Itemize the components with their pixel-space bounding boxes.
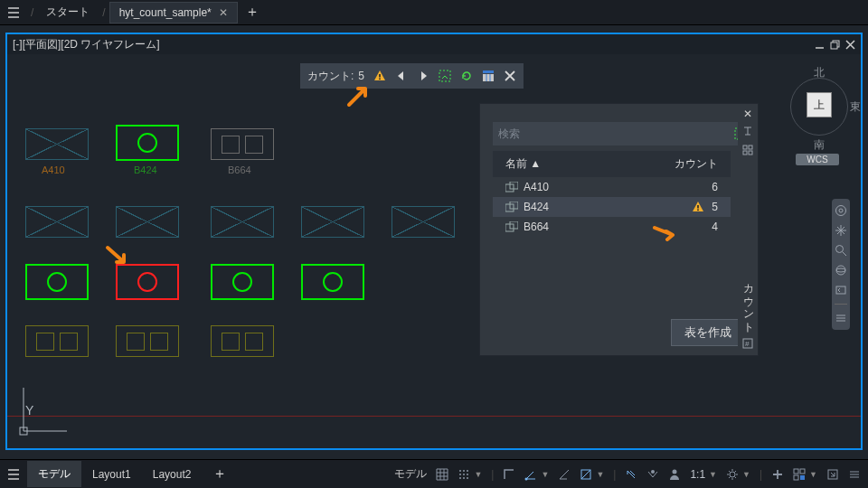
callout-arrow — [102, 242, 129, 272]
row-b664[interactable]: B664 4 — [493, 217, 731, 237]
orbit-icon[interactable] — [835, 264, 847, 277]
svg-rect-29 — [743, 145, 747, 149]
block-icon — [505, 202, 518, 212]
plus-icon[interactable] — [771, 468, 784, 481]
row-b424[interactable]: B424 5 — [493, 197, 731, 217]
separator — [835, 304, 847, 305]
refresh-icon[interactable] — [460, 70, 473, 82]
space-label[interactable]: モデル — [394, 466, 427, 482]
tab-file[interactable]: hyt_count_sample* ✕ — [109, 2, 238, 23]
tab-layout1[interactable]: Layout1 — [81, 463, 142, 486]
svg-rect-53 — [800, 475, 805, 480]
tab-model[interactable]: モデル — [27, 461, 81, 487]
layout-list-button[interactable] — [0, 460, 27, 489]
table-icon[interactable] — [482, 70, 495, 82]
settings-icon[interactable] — [835, 312, 847, 324]
tab-new-button[interactable]: ＋ — [245, 3, 259, 22]
polar-icon[interactable] — [524, 468, 537, 481]
block-dbl[interactable] — [25, 325, 89, 357]
block-label: A410 — [42, 164, 65, 175]
block-circle[interactable] — [211, 264, 274, 300]
block-dbl[interactable] — [211, 325, 274, 357]
pan-icon[interactable] — [835, 224, 847, 237]
svg-rect-7 — [483, 74, 494, 81]
direction-east[interactable]: 東 — [850, 99, 861, 115]
menu-button[interactable] — [0, 5, 27, 20]
svg-point-36 — [463, 470, 465, 472]
status-right-group: モデル ▼ | ▼ ▼ | 1:1▼ ▼ | ▼ — [387, 466, 868, 482]
gear-icon[interactable] — [726, 468, 739, 481]
osnap-icon[interactable] — [580, 468, 592, 481]
svg-rect-25 — [698, 205, 700, 209]
palette-header[interactable]: 名前 ▲ カウント — [493, 151, 731, 177]
svg-rect-6 — [483, 70, 494, 73]
svg-point-40 — [467, 474, 468, 475]
row-a410[interactable]: A410 6 — [493, 177, 731, 197]
block-label: B424 — [134, 164, 157, 175]
tab-close-icon[interactable]: ✕ — [219, 6, 228, 19]
block-dbl[interactable] — [116, 325, 179, 357]
prev-button[interactable] — [395, 70, 408, 82]
minimize-icon[interactable] — [815, 40, 825, 50]
palette-pin-icon[interactable] — [742, 126, 753, 139]
close-icon[interactable] — [845, 40, 855, 50]
restore-icon[interactable] — [830, 40, 840, 50]
svg-point-18 — [836, 268, 845, 272]
anno-icon[interactable] — [625, 468, 637, 481]
viewcube-top[interactable]: 上 — [807, 92, 832, 117]
scale-label[interactable]: 1:1 — [690, 468, 705, 481]
svg-point-13 — [836, 206, 846, 216]
svg-point-14 — [839, 209, 843, 212]
block-x[interactable] — [25, 206, 89, 238]
rewind-icon[interactable] — [835, 284, 847, 296]
palette-expand-icon[interactable]: # — [742, 338, 753, 352]
next-button[interactable] — [417, 70, 429, 82]
svg-rect-31 — [743, 151, 747, 155]
tab-layout2[interactable]: Layout2 — [142, 463, 203, 486]
block-x[interactable] — [211, 206, 274, 238]
zoom-icon[interactable] — [835, 244, 847, 257]
person-icon[interactable] — [668, 468, 681, 481]
block-x[interactable] — [301, 206, 364, 238]
wheel-icon[interactable] — [835, 204, 847, 217]
block-b664[interactable] — [211, 128, 274, 160]
block-x[interactable] — [392, 206, 455, 238]
nav-bar — [832, 199, 850, 330]
svg-point-42 — [463, 477, 465, 479]
angle-icon[interactable] — [558, 468, 571, 481]
block-label: B664 — [228, 164, 251, 175]
block-b424[interactable] — [116, 125, 179, 161]
view-cube[interactable]: 北 東 南 上 WCS — [783, 63, 855, 154]
svg-rect-32 — [749, 151, 752, 155]
snap-dots-icon[interactable] — [458, 468, 470, 481]
isolate-icon[interactable] — [793, 468, 806, 481]
palette-dock-icon[interactable] — [742, 145, 753, 158]
block-a410[interactable] — [25, 128, 89, 160]
tab-add-button[interactable]: ＋ — [202, 459, 238, 488]
customize-icon[interactable] — [848, 468, 861, 481]
create-table-button[interactable]: 表を作成 — [671, 319, 745, 346]
palette-sidebar: ✕ カウント # — [738, 104, 758, 355]
status-bar: モデル Layout1 Layout2 ＋ モデル ▼ | ▼ ▼ | 1:1▼… — [0, 459, 868, 488]
svg-rect-52 — [794, 475, 798, 480]
col-count[interactable]: カウント — [675, 156, 718, 172]
svg-point-35 — [459, 470, 461, 472]
block-circle[interactable] — [301, 264, 364, 300]
block-circle[interactable] — [25, 264, 89, 300]
direction-north[interactable]: 北 — [814, 65, 825, 80]
palette-close-icon[interactable]: ✕ — [743, 108, 752, 120]
direction-south[interactable]: 南 — [814, 137, 825, 153]
search-box[interactable]: 検索 — [493, 122, 752, 145]
ortho-icon[interactable] — [503, 468, 515, 481]
anno-vis-icon[interactable] — [646, 468, 659, 481]
select-zone-icon[interactable] — [439, 70, 451, 82]
expand-icon[interactable] — [826, 468, 839, 481]
svg-rect-2 — [831, 42, 837, 49]
wcs-badge[interactable]: WCS — [796, 154, 839, 165]
grid-icon[interactable] — [436, 468, 448, 481]
col-name[interactable]: 名前 ▲ — [505, 156, 541, 172]
block-x[interactable] — [116, 206, 179, 238]
row-name: A410 — [524, 181, 549, 193]
close-toolbar-icon[interactable] — [504, 70, 516, 82]
tab-start[interactable]: スタート — [37, 1, 99, 23]
